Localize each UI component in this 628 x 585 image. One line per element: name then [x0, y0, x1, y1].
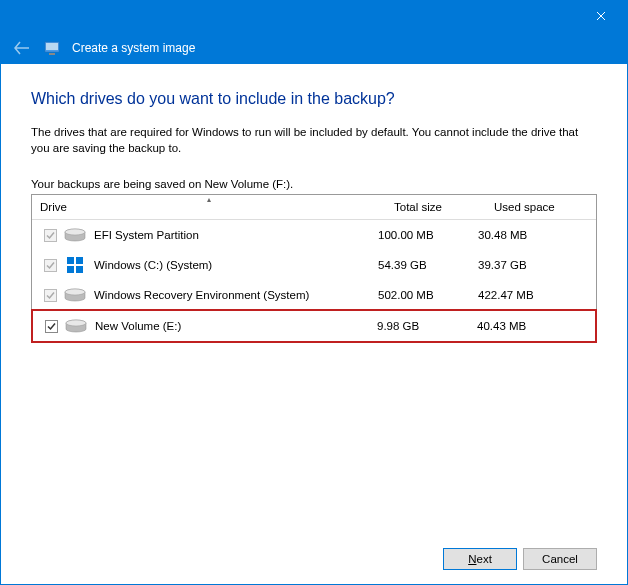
col-header-total-size[interactable]: Total size [386, 195, 486, 219]
drive-checkbox-cell[interactable] [41, 320, 61, 333]
close-button[interactable] [578, 0, 624, 32]
svg-rect-7 [67, 266, 74, 273]
drive-checkbox-cell [40, 259, 60, 272]
sort-indicator-icon: ▴ [207, 195, 211, 204]
drive-name: EFI System Partition [94, 229, 378, 241]
svg-rect-5 [67, 257, 74, 264]
drive-total-size: 502.00 MB [378, 289, 478, 301]
drive-total-size: 100.00 MB [378, 229, 478, 241]
drive-checkbox [44, 259, 57, 272]
table-row[interactable]: Windows Recovery Environment (System)502… [32, 280, 596, 310]
drives-table: Drive ▴ Total size Used space EFI System… [31, 194, 597, 343]
drive-used-space: 30.48 MB [478, 229, 588, 241]
back-button[interactable] [12, 38, 32, 58]
drive-name: Windows (C:) (System) [94, 259, 378, 271]
page-question: Which drives do you want to include in t… [31, 90, 597, 108]
hard-drive-icon [64, 286, 86, 304]
hard-drive-icon [64, 226, 86, 244]
svg-rect-2 [49, 53, 55, 55]
drive-checkbox[interactable] [45, 320, 58, 333]
wizard-title: Create a system image [72, 41, 195, 55]
drive-total-size: 9.98 GB [377, 320, 477, 332]
drive-used-space: 39.37 GB [478, 259, 588, 271]
col-header-drive[interactable]: Drive ▴ [32, 195, 386, 219]
cancel-button[interactable]: Cancel [523, 548, 597, 570]
svg-rect-8 [76, 266, 83, 273]
svg-rect-6 [76, 257, 83, 264]
system-image-icon [44, 40, 60, 56]
drive-name: New Volume (E:) [95, 320, 377, 332]
table-header: Drive ▴ Total size Used space [32, 195, 596, 220]
saving-location-text: Your backups are being saved on New Volu… [31, 178, 597, 190]
wizard-footer: Next Cancel [31, 542, 597, 570]
back-arrow-icon [14, 41, 30, 55]
table-row[interactable]: EFI System Partition100.00 MB30.48 MB [32, 220, 596, 250]
windows-logo-icon [64, 256, 86, 274]
drive-used-space: 422.47 MB [478, 289, 588, 301]
close-icon [596, 11, 606, 21]
wizard-header: Create a system image [0, 32, 628, 64]
drive-total-size: 54.39 GB [378, 259, 478, 271]
svg-point-10 [65, 289, 85, 295]
hard-drive-icon [65, 317, 87, 335]
table-row[interactable]: Windows (C:) (System)54.39 GB39.37 GB [32, 250, 596, 280]
drive-checkbox-cell [40, 229, 60, 242]
drive-checkbox [44, 229, 57, 242]
svg-point-4 [65, 229, 85, 235]
col-header-used-space[interactable]: Used space [486, 195, 596, 219]
drive-checkbox [44, 289, 57, 302]
next-button[interactable]: Next [443, 548, 517, 570]
titlebar [0, 0, 628, 32]
drive-used-space: 40.43 MB [477, 320, 587, 332]
drive-name: Windows Recovery Environment (System) [94, 289, 378, 301]
svg-point-12 [66, 320, 86, 326]
drive-checkbox-cell [40, 289, 60, 302]
wizard-content: Which drives do you want to include in t… [0, 64, 628, 585]
page-description: The drives that are required for Windows… [31, 124, 597, 156]
table-row[interactable]: New Volume (E:)9.98 GB40.43 MB [31, 309, 597, 343]
svg-rect-1 [46, 43, 58, 50]
